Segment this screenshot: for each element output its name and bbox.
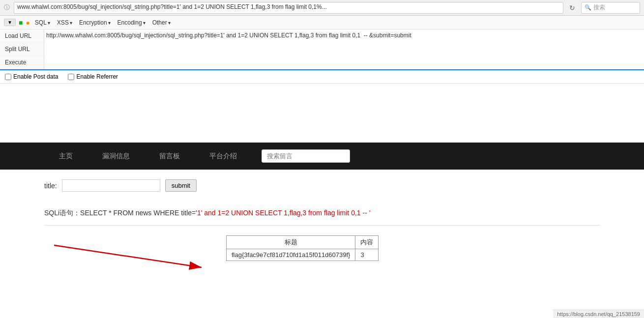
info-icon: ⓘ [4,3,10,12]
submit-button[interactable]: submit [165,179,197,192]
dropdown-label: ▼ [7,20,12,25]
address-bar[interactable]: www.whalwl.com:8005/bug/sql_injection/sq… [14,2,563,14]
browser-chrome: ⓘ www.whalwl.com:8005/bug/sql_injection/… [0,0,644,16]
nav-bar: 主页 漏洞信息 留言板 平台介绍 [0,143,644,170]
execute-button[interactable]: Execute [0,56,44,69]
browser-search[interactable]: 🔍 搜索 [581,2,640,14]
arrow-container [44,235,216,275]
hackbar-dropdown[interactable]: ▼ [4,19,16,26]
sql-injected: 1' and 1=2 UNION SELECT 1,flag,3 from fl… [197,209,371,217]
form-area: title: submit [0,170,644,202]
post-data-label[interactable]: Enable Post data [5,73,58,80]
gap-area [0,84,644,143]
page-content: 主页 漏洞信息 留言板 平台介绍 title: submit SQLi语句：SE… [0,84,644,285]
hackbar-side-panel: Load URL Split URL Execute [0,29,44,69]
hackbar-checkboxes: Enable Post data Enable Referrer [0,70,644,84]
result-table: 标题 内容 flag{3fac9e7cf81d710fd1a15f011d607… [226,235,379,261]
result-area: 标题 内容 flag{3fac9e7cf81d710fd1a15f011d607… [0,226,644,285]
refresh-button[interactable]: ↻ [567,3,577,13]
search-icon: 🔍 [585,4,591,11]
table-header-title: 标题 [227,236,355,249]
search-placeholder: 搜索 [593,3,605,12]
hackbar-toolbar: ▼ ■ ● SQL XSS Encryption Encoding Other [0,16,644,29]
table-header-content: 内容 [355,236,379,249]
form-label: title: [44,182,57,190]
title-input[interactable] [62,179,160,192]
xss-menu[interactable]: XSS [55,19,74,26]
hackbar-url-area: http://www.whalwl.com:8005/bug/sql_injec… [44,29,644,69]
nav-search-container [262,149,350,163]
nav-home[interactable]: 主页 [44,143,88,170]
referrer-text: Enable Referrer [76,73,118,80]
nav-search-input[interactable] [262,149,350,163]
encoding-menu[interactable]: Encoding [116,19,147,26]
referrer-label[interactable]: Enable Referrer [68,73,118,80]
other-menu[interactable]: Other [150,19,173,26]
sql-menu[interactable]: SQL [33,19,52,26]
post-data-text: Enable Post data [13,73,58,80]
sql-area: SQLi语句：SELECT * FROM news WHERE title='1… [0,202,644,225]
nav-vuln[interactable]: 漏洞信息 [88,143,145,170]
arrow-svg [44,235,216,275]
split-url-button[interactable]: Split URL [0,43,44,56]
hackbar-url-input[interactable]: http://www.whalwl.com:8005/bug/sql_injec… [46,31,642,61]
table-row: flag{3fac9e7cf81d710fd1a15f011d60739f}3 [227,249,379,261]
sql-prefix: SQLi语句：SELECT * FROM news WHERE title=' [44,209,197,217]
enable-post-checkbox[interactable] [5,74,11,80]
table-cell: 3 [355,249,379,261]
enable-referrer-checkbox[interactable] [68,74,74,80]
table-cell: flag{3fac9e7cf81d710fd1a15f011d60739f} [227,249,355,261]
green-dot[interactable]: ■ [19,19,23,27]
nav-guestbook[interactable]: 留言板 [145,143,195,170]
nav-platform[interactable]: 平台介绍 [195,143,252,170]
load-url-button[interactable]: Load URL [0,29,44,43]
orange-dot[interactable]: ● [26,19,29,27]
hackbar-panel: Load URL Split URL Execute http://www.wh… [0,29,644,70]
encryption-menu[interactable]: Encryption [77,19,113,26]
svg-line-1 [54,245,202,267]
